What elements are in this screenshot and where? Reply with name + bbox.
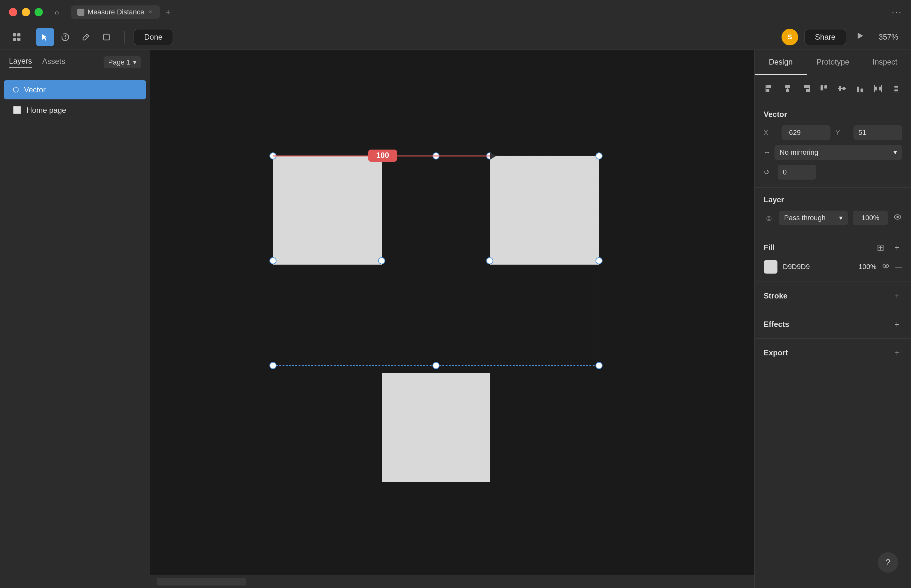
toolbar-right: S Share 357% [782,28,903,45]
svg-rect-31 [809,85,810,92]
select-tool-button[interactable] [36,28,54,46]
align-left-button[interactable] [764,81,775,95]
align-right-button[interactable] [800,81,812,95]
align-top-button[interactable] [818,81,830,95]
fill-row: D9D9D9 100% — [764,260,902,274]
x-input[interactable]: -629 [782,125,830,140]
maximize-button[interactable] [34,8,43,16]
plus-shape [273,156,599,373]
tab-close-button[interactable]: × [147,8,153,16]
main-layout: Layers Assets Page 1 ▾ ⬡ Vector ⬜ Home p… [0,50,911,588]
fill-grid-button[interactable]: ⊞ [874,241,887,254]
layer-section: Layer ◎ Pass through ▾ 100% [755,187,911,233]
align-bottom-button[interactable] [854,81,866,95]
sidebar-tab-layers[interactable]: Layers [9,57,32,68]
svg-rect-38 [857,87,859,92]
svg-rect-48 [892,92,900,92]
tab-design[interactable]: Design [755,50,807,75]
blend-mode-icon: ◎ [764,214,774,222]
new-tab-button[interactable]: + [162,6,174,18]
svg-rect-3 [17,38,21,41]
distribute-horizontal-button[interactable] [872,81,884,95]
align-vertical-center-button[interactable] [836,81,848,95]
y-input[interactable]: 51 [853,125,902,140]
fill-section-header: Fill ⊞ + [764,241,902,254]
titlebar-right: ··· [892,7,902,17]
mirroring-row: ↔ No mirroring ▾ [764,145,902,160]
canvas-bottom-bar [150,575,754,588]
angle-row: ↺ 0 [764,165,902,179]
grid-tool-button[interactable] [8,28,26,46]
panel-tabs: Design Prototype Inspect [755,50,911,75]
titlebar: ⌂ Measure Distance × + ··· [0,0,911,24]
tab-title: Measure Distance [87,8,144,16]
mirroring-select[interactable]: No mirroring ▾ [775,145,902,160]
svg-rect-24 [766,89,769,92]
svg-rect-43 [874,85,875,92]
play-button[interactable] [853,28,867,45]
xy-field-row: X -629 Y 51 [764,125,902,140]
distribute-vertical-button[interactable] [890,81,902,95]
svg-rect-25 [766,85,766,92]
tab-inspect[interactable]: Inspect [859,50,911,75]
page-selector[interactable]: Page 1 ▾ [103,56,141,68]
svg-rect-1 [17,33,21,36]
zoom-level[interactable]: 357% [874,30,903,44]
vector-section-title: Vector [764,110,902,119]
toolbar: Done S Share 357% [0,24,911,50]
cell-top-left [273,156,382,265]
vector-properties-section: Vector X -629 Y 51 ↔ No mirroring ▾ ↺ 0 [755,102,911,187]
horizontal-scrollbar[interactable] [157,578,246,585]
fill-add-button[interactable]: + [892,241,902,254]
blend-mode-select[interactable]: Pass through ▾ [779,211,848,225]
sidebar: Layers Assets Page 1 ▾ ⬡ Vector ⬜ Home p… [0,50,150,588]
export-add-button[interactable]: + [892,346,902,359]
home-button[interactable]: ⌂ [50,6,63,19]
fill-color-swatch[interactable] [764,260,778,274]
minimize-button[interactable] [22,8,30,16]
layer-item-vector[interactable]: ⬡ Vector [4,80,146,99]
layer-item-homepage[interactable]: ⬜ Home page [4,101,146,120]
tool-group-main [8,28,115,46]
svg-rect-41 [875,87,877,90]
more-options-button[interactable]: ··· [892,7,902,17]
layer-section-title: Layer [764,195,902,204]
effects-add-button[interactable]: + [892,318,902,331]
fill-visibility-button[interactable] [882,262,890,272]
close-button[interactable] [9,8,17,16]
lasso-tool-button[interactable] [57,28,74,46]
help-button[interactable]: ? [878,552,898,573]
vector-icon: ⬡ [13,86,19,94]
align-horizontal-center-button[interactable] [782,81,794,95]
share-button[interactable]: Share [804,29,846,45]
angle-icon: ↺ [764,168,774,176]
svg-rect-34 [820,85,827,85]
effects-section-title: Effects [764,320,892,329]
x-label: X [764,128,777,137]
svg-rect-37 [838,88,846,89]
frame-icon: ⬜ [13,106,21,115]
bottom-row [273,373,599,482]
angle-input[interactable]: 0 [778,165,816,179]
tab-measure-distance[interactable]: Measure Distance × [71,5,160,19]
pen-tool-button[interactable] [77,28,95,46]
sidebar-tab-assets[interactable]: Assets [42,57,65,68]
opacity-input[interactable]: 100% [853,211,888,225]
layer-label-vector: Vector [24,85,46,94]
fill-remove-button[interactable]: — [895,263,902,271]
done-button[interactable]: Done [134,29,173,45]
svg-rect-33 [824,85,827,89]
canvas[interactable]: 100 [150,50,754,588]
stroke-add-button[interactable]: + [892,289,902,302]
tab-prototype[interactable]: Prototype [807,50,859,75]
fill-opacity-value[interactable]: 100% [851,263,877,271]
cell-bottom-center [382,373,490,482]
visibility-toggle[interactable] [893,213,902,223]
svg-point-52 [885,265,887,267]
traffic-lights [9,8,43,16]
svg-rect-46 [894,89,898,91]
vector-shape-container: 100 [273,156,599,482]
shape-tool-button[interactable] [97,28,115,46]
svg-rect-44 [881,85,882,92]
svg-rect-23 [766,85,771,88]
